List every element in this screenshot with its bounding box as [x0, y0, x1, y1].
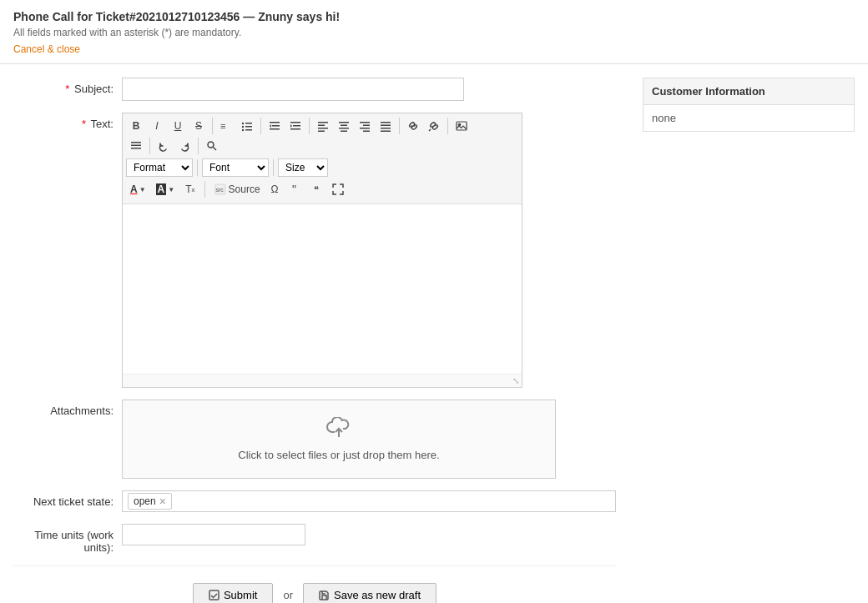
subject-row: * Subject: [13, 78, 616, 101]
source-button[interactable]: src Source [209, 180, 265, 198]
bg-color-button[interactable]: A ▼ [152, 180, 179, 198]
time-units-row: Time units (work units): [13, 524, 616, 554]
customer-info-header: Customer Information [643, 78, 854, 105]
align-right-button[interactable] [355, 117, 375, 135]
svg-rect-30 [381, 131, 391, 133]
link-button[interactable] [403, 117, 423, 135]
next-ticket-state-label: Next ticket state: [13, 490, 122, 508]
svg-rect-11 [290, 122, 300, 123]
unlink-button[interactable] [424, 117, 444, 135]
next-ticket-state-control: open × [122, 490, 616, 512]
indent-decrease-button[interactable] [265, 117, 285, 135]
separator-3 [309, 118, 310, 134]
separator-4 [399, 118, 400, 134]
fullscreen-button[interactable] [328, 180, 348, 198]
underline-button[interactable]: U [168, 117, 188, 135]
ticket-state-remove[interactable]: × [159, 495, 166, 507]
svg-rect-23 [360, 122, 370, 123]
time-units-control [122, 524, 616, 545]
font-color-button[interactable]: A ▼ [126, 180, 150, 198]
save-draft-button[interactable]: Save as new draft [303, 583, 437, 603]
redo-button[interactable] [174, 137, 194, 155]
select-separator-2 [273, 159, 274, 176]
next-ticket-state-row: Next ticket state: open × [13, 490, 616, 512]
italic-button[interactable]: I [147, 117, 167, 135]
cancel-close-link[interactable]: Cancel & close [13, 43, 80, 55]
svg-line-37 [214, 148, 217, 151]
svg-point-3 [242, 126, 244, 128]
attachments-dropzone[interactable]: Click to select files or just drop them … [122, 399, 556, 479]
block-indent-button[interactable]: ❝ [306, 180, 326, 198]
toolbar-color-row: A ▼ A ▼ Tx [126, 178, 518, 200]
svg-marker-14 [290, 124, 292, 128]
svg-rect-31 [457, 122, 467, 130]
font-select[interactable]: Font Arial Times New Roman Courier New [202, 158, 269, 177]
svg-rect-17 [318, 128, 328, 129]
svg-rect-33 [131, 142, 141, 143]
separator-7 [198, 138, 199, 154]
time-units-input[interactable] [122, 524, 305, 545]
svg-rect-27 [381, 122, 391, 123]
svg-text:src: src [215, 187, 224, 193]
subject-label: * Subject: [13, 78, 122, 95]
ordered-list-button[interactable]: ≡ [216, 117, 236, 135]
bold-button[interactable]: B [126, 117, 146, 135]
clear-format-button[interactable]: Tx [180, 180, 199, 198]
svg-text:≡: ≡ [220, 121, 225, 131]
align-left-full-button[interactable] [126, 137, 146, 155]
svg-rect-8 [272, 125, 280, 127]
svg-point-5 [242, 129, 244, 131]
toolbar-row-2 [126, 137, 518, 155]
indent-increase-button[interactable] [285, 117, 305, 135]
customer-info-box: Customer Information none [643, 78, 855, 132]
draft-label: Save as new draft [334, 589, 421, 601]
attachments-label: Attachments: [13, 399, 122, 417]
search-toolbar-button[interactable] [202, 137, 222, 155]
text-control: B I U S ≡ [122, 113, 616, 388]
toolbar-select-row: Format Heading 1 Heading 2 Paragraph Fon… [126, 157, 518, 178]
submit-button[interactable]: Submit [193, 583, 273, 603]
text-required-marker: * [82, 118, 86, 130]
ticket-state-input-wrapper[interactable]: open × [122, 490, 616, 512]
separator-8 [204, 181, 205, 198]
svg-rect-35 [131, 148, 141, 149]
svg-rect-21 [339, 128, 349, 129]
subject-input[interactable] [122, 78, 464, 101]
ticket-state-tag: open × [128, 493, 172, 510]
sidebar: Customer Information none [643, 78, 868, 603]
separator-1 [212, 118, 213, 134]
svg-rect-6 [245, 129, 252, 131]
or-text: or [283, 589, 293, 601]
blockquote-button[interactable]: " [285, 180, 305, 198]
submit-label: Submit [224, 589, 257, 601]
editor-resize-handle: ⤡ [123, 374, 522, 387]
align-left-button[interactable] [313, 117, 333, 135]
svg-rect-9 [270, 128, 280, 130]
size-select[interactable]: Size 8 10 12 14 16 [278, 158, 328, 177]
svg-marker-10 [270, 124, 271, 128]
strikethrough-button[interactable]: S [189, 117, 209, 135]
svg-rect-16 [318, 125, 325, 127]
format-select[interactable]: Format Heading 1 Heading 2 Paragraph [126, 158, 193, 177]
page-subtitle: All fields marked with an asterisk (*) a… [13, 27, 855, 38]
special-char-button[interactable]: Ω [267, 180, 283, 198]
svg-rect-19 [339, 122, 349, 123]
svg-rect-12 [293, 125, 300, 127]
svg-rect-4 [245, 126, 252, 128]
draft-icon [319, 590, 330, 600]
svg-rect-18 [318, 131, 325, 133]
time-units-label: Time units (work units): [13, 524, 122, 554]
justify-button[interactable] [376, 117, 396, 135]
undo-button[interactable] [154, 137, 174, 155]
page-title: Phone Call for Ticket#2021012710123456 —… [13, 10, 855, 23]
text-row: * Text: B I U S [13, 113, 616, 388]
svg-rect-15 [318, 122, 328, 123]
image-button[interactable] [452, 117, 472, 135]
svg-point-32 [458, 123, 460, 125]
align-center-button[interactable] [334, 117, 354, 135]
attachments-control: Click to select files or just drop them … [122, 399, 616, 479]
select-separator-1 [197, 159, 198, 176]
bg-color-arrow: ▼ [168, 186, 174, 193]
unordered-list-button[interactable] [237, 117, 257, 135]
text-editor-area[interactable] [123, 204, 522, 371]
